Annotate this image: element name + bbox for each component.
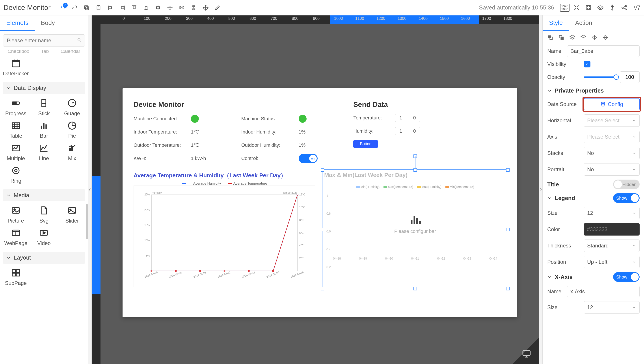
element-progress[interactable]: Progress [4,98,28,116]
deploy-icon[interactable] [608,4,616,12]
elements-search-input[interactable] [3,34,85,47]
redo-icon[interactable] [71,4,78,11]
element-ring[interactable]: Ring [4,166,28,184]
visibility-checkbox[interactable]: ✓ [584,61,590,68]
element-webpage[interactable]: WebPage [4,228,28,246]
layers-icon[interactable] [569,34,576,42]
stick-icon [37,98,50,108]
align-top-icon[interactable] [131,4,138,11]
svg-rect-31 [12,60,20,62]
outdoor-hum-value: 1% [299,142,325,148]
element-bar[interactable]: Bar [32,120,56,139]
right-splitter[interactable] [539,16,542,364]
element-pie[interactable]: Pie [60,120,84,139]
element-picture[interactable]: Picture [4,205,28,224]
humidity-range-input[interactable]: 10 [395,127,420,135]
distribute-v-icon[interactable] [190,4,197,11]
align-left-icon[interactable] [107,4,114,11]
element-datepicker[interactable]: DatePicker [4,58,28,77]
chart1-line-chart[interactable]: 25%20%15%10%5%12℃10℃8℃6℃4℃2℃HumidityTemp… [134,186,316,287]
element-table[interactable]: Table [4,120,28,139]
opacity-slider[interactable] [584,76,616,78]
progress-icon [9,98,22,108]
tab-body[interactable]: Body [34,16,61,31]
design-page[interactable]: Device Monitor Machine Connected: Indoor… [122,88,517,317]
stacks-select[interactable]: No [584,147,640,159]
flip-v-icon[interactable] [602,34,608,42]
opacity-value[interactable]: 100 [620,72,640,83]
chart1-legend: Average Humidity Average Temperature [134,182,316,186]
align-hcenter-icon[interactable] [154,4,162,11]
flip-h-icon[interactable] [591,34,598,42]
chart2-legend: Min(Humidity) Max(Temperature) Max(Humid… [326,185,504,188]
portrait-select[interactable]: No [584,163,640,176]
element-video[interactable]: Video [32,228,56,246]
layer-up-icon[interactable] [580,34,586,42]
canvas-area[interactable]: 0100200300400500600700800900100011001200… [92,16,539,364]
resolution-badge[interactable]: 1920 1080 [561,4,568,12]
align-right-icon[interactable] [119,4,126,11]
group-layout[interactable]: Layout [3,252,85,264]
send-button[interactable]: Button [353,140,378,148]
element-line[interactable]: Line [32,143,56,162]
svg-rect-103 [523,350,530,356]
send-back-icon[interactable] [558,34,564,42]
control-switch[interactable]: on [299,154,318,163]
left-scrollbar-thumb[interactable] [86,204,88,239]
legend-toggle[interactable]: Show [613,193,640,203]
move-icon[interactable] [202,4,209,11]
xaxis-toggle[interactable]: Show [613,272,640,282]
svg-rect-7 [122,6,124,8]
section-private-properties[interactable]: Private Properties [547,87,640,94]
left-splitter[interactable] [88,16,92,364]
data-source-config-button[interactable]: Config [584,98,640,110]
element-mix[interactable]: Mix [60,143,84,162]
section-legend[interactable]: Legend [547,195,575,202]
indoor-temp-value: 1℃ [191,129,217,135]
tab-action[interactable]: Action [569,16,598,31]
share-icon[interactable] [620,4,628,12]
svg-rect-64 [152,194,297,271]
paste-icon[interactable] [95,4,102,11]
element-guage[interactable]: Guage [60,98,84,116]
xaxis-name-input[interactable] [567,286,640,297]
svg-rect-45 [46,124,47,129]
bring-front-icon[interactable] [547,34,554,42]
right-panel: Style Action Name Visibility✓ Opacity100… [542,16,644,364]
prop-name-input[interactable] [567,46,640,57]
topbar: Device Monitor 6 Saved automatically 10:… [0,0,644,16]
chart2-bar-chart[interactable]: Min(Humidity) Max(Temperature) Max(Humid… [324,181,506,282]
svg-text:2024-04-22: 2024-04-22 [217,271,231,278]
section-xaxis[interactable]: X-Axis [547,274,572,280]
preview-icon[interactable] [596,4,604,12]
copy-icon[interactable] [83,4,90,11]
position-select[interactable]: Up - Left [584,256,640,268]
edit-icon[interactable] [214,4,221,11]
element-stick[interactable]: Stick [32,98,56,116]
element-subpage[interactable]: SubPage [4,268,28,286]
element-slider[interactable]: Slider [60,205,84,224]
save-icon[interactable] [584,4,592,12]
element-svg[interactable]: Svg [32,205,56,224]
tab-style[interactable]: Style [543,16,569,31]
line-chart-icon [37,143,50,153]
align-vcenter-icon[interactable] [166,4,174,11]
undo-icon[interactable]: 6 [59,4,66,11]
group-media[interactable]: Media [3,189,85,202]
xaxis-size-select[interactable]: 12 [584,301,640,314]
horizontal-select[interactable]: Please Select [584,114,640,127]
tab-elements[interactable]: Elemets [0,16,34,31]
thickness-select[interactable]: Standard [584,240,640,252]
title-toggle[interactable]: Hidden [613,180,640,189]
element-multiple[interactable]: Multiple [4,143,28,162]
axis-select[interactable]: Please Select [584,131,640,143]
fit-icon[interactable] [572,4,580,12]
svg-text:5%: 5% [146,254,150,257]
group-data-display[interactable]: Data Display [3,82,85,94]
status-dot-status [299,115,306,123]
align-bottom-icon[interactable] [142,4,150,11]
legend-size-select[interactable]: 12 [584,207,640,219]
temperature-range-input[interactable]: 10 [395,114,420,122]
distribute-h-icon[interactable] [178,4,185,11]
legend-color-input[interactable]: #333333 [584,223,640,236]
